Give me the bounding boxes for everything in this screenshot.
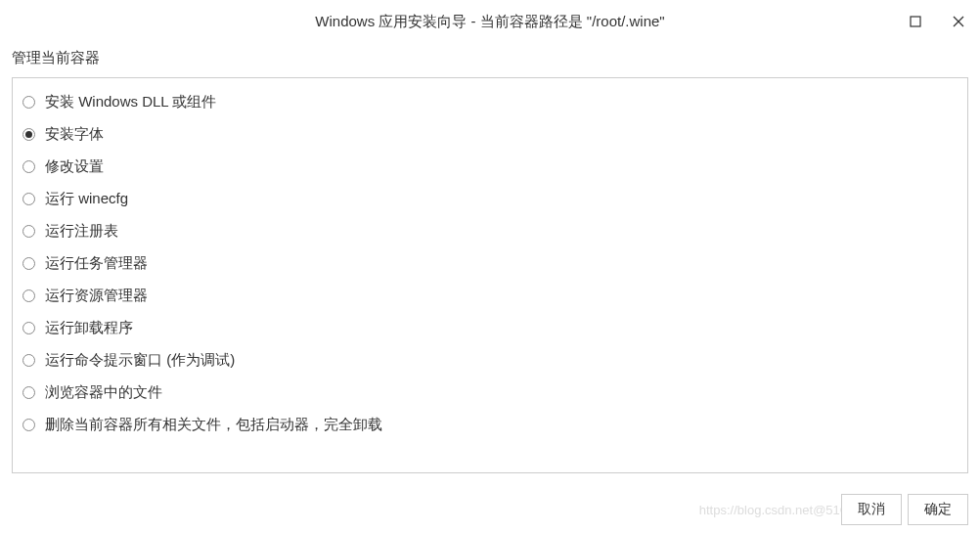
option-label: 运行资源管理器 xyxy=(45,287,148,305)
option-label: 安装 Windows DLL 或组件 xyxy=(45,93,216,111)
options-list: 安装 Windows DLL 或组件安装字体修改设置运行 winecfg运行注册… xyxy=(19,86,961,441)
option-label: 运行 winecfg xyxy=(45,190,128,208)
radio-icon[interactable] xyxy=(22,193,35,205)
option-run-winecfg[interactable]: 运行 winecfg xyxy=(19,183,961,215)
option-run-uninstaller[interactable]: 运行卸载程序 xyxy=(19,312,961,344)
radio-icon[interactable] xyxy=(22,160,35,173)
option-install-fonts[interactable]: 安装字体 xyxy=(19,118,961,151)
option-run-regedit[interactable]: 运行注册表 xyxy=(19,215,961,247)
maximize-icon[interactable] xyxy=(906,12,925,31)
window-controls xyxy=(906,0,968,43)
svg-rect-0 xyxy=(911,17,920,26)
radio-icon[interactable] xyxy=(22,354,35,367)
option-browse-files[interactable]: 浏览容器中的文件 xyxy=(19,377,961,409)
radio-icon[interactable] xyxy=(22,386,35,399)
option-label: 运行命令提示窗口 (作为调试) xyxy=(45,351,235,370)
radio-icon[interactable] xyxy=(22,322,35,334)
option-install-dll[interactable]: 安装 Windows DLL 或组件 xyxy=(19,86,961,118)
option-label: 浏览容器中的文件 xyxy=(45,383,162,402)
option-label: 修改设置 xyxy=(45,157,104,176)
option-run-explorer[interactable]: 运行资源管理器 xyxy=(19,280,961,312)
close-icon[interactable] xyxy=(949,12,968,31)
footer: 取消 确定 xyxy=(841,494,968,525)
titlebar: Windows 应用安装向导 - 当前容器路径是 "/root/.wine" xyxy=(0,0,980,43)
cancel-button[interactable]: 取消 xyxy=(841,494,902,525)
option-label: 运行卸载程序 xyxy=(45,319,133,337)
radio-icon[interactable] xyxy=(22,257,35,270)
radio-icon[interactable] xyxy=(22,289,35,302)
option-label: 运行注册表 xyxy=(45,222,118,241)
confirm-button[interactable]: 确定 xyxy=(908,494,968,525)
option-run-taskmgr[interactable]: 运行任务管理器 xyxy=(19,247,961,280)
option-run-cmd[interactable]: 运行命令提示窗口 (作为调试) xyxy=(19,344,961,377)
option-label: 运行任务管理器 xyxy=(45,254,148,273)
option-delete-container[interactable]: 删除当前容器所有相关文件，包括启动器，完全卸载 xyxy=(19,409,961,441)
radio-icon[interactable] xyxy=(22,225,35,238)
radio-icon[interactable] xyxy=(22,419,35,431)
radio-icon[interactable] xyxy=(22,96,35,109)
window-title: Windows 应用安装向导 - 当前容器路径是 "/root/.wine" xyxy=(12,13,968,31)
option-label: 安装字体 xyxy=(45,125,104,144)
option-label: 删除当前容器所有相关文件，包括启动器，完全卸载 xyxy=(45,416,382,434)
option-modify-settings[interactable]: 修改设置 xyxy=(19,151,961,183)
radio-icon[interactable] xyxy=(22,128,35,141)
options-panel: 安装 Windows DLL 或组件安装字体修改设置运行 winecfg运行注册… xyxy=(12,77,968,473)
section-heading: 管理当前容器 xyxy=(0,43,980,77)
